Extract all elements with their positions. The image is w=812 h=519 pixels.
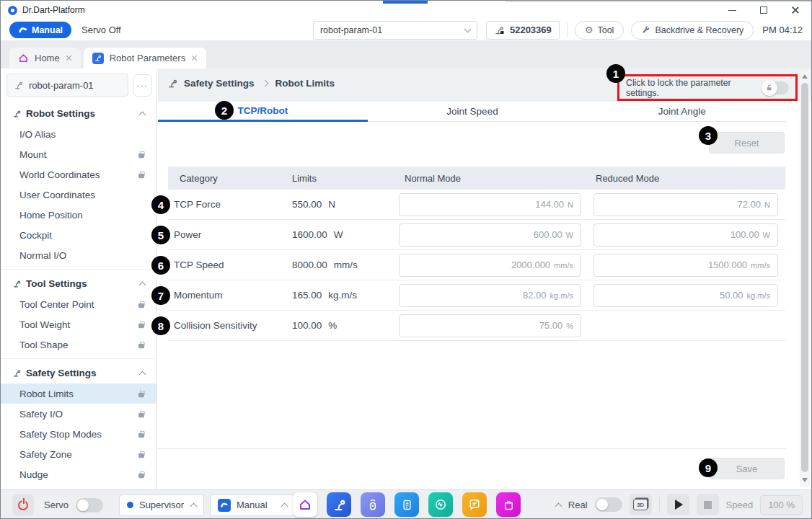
servo-label: Servo (44, 500, 69, 510)
sidebar-item-cockpit[interactable]: Cockpit (1, 225, 156, 245)
col-reduced-mode: Reduced Mode (585, 173, 785, 184)
sidebar-item-world-coordinates[interactable]: World Coordinates (1, 164, 156, 185)
normal-mode-input[interactable]: 2000.000mm/s (399, 254, 581, 277)
robot-parameters-icon (92, 53, 104, 64)
3d-icon: 3D (633, 499, 648, 510)
robot-mode-dropdown[interactable]: Manual (210, 494, 295, 516)
mode-manual-button[interactable]: Manual (9, 22, 71, 38)
save-button[interactable]: Save (709, 458, 785, 479)
speed-value-box[interactable]: 100 % (760, 495, 803, 515)
param-more-button[interactable]: ··· (133, 74, 152, 97)
input-unit: mm/s (554, 261, 573, 270)
reduced-mode-input[interactable]: 1500.000mm/s (593, 254, 778, 277)
reduced-mode-input[interactable]: 72.00N (593, 193, 778, 216)
sidebar-item-safety-zone[interactable]: Safety Zone (1, 444, 156, 464)
parameter-tabs: TCP/Robot Joint Speed Joint Angle (158, 102, 787, 122)
input-unit: kg.m/s (550, 291, 573, 300)
row-category: Power (168, 229, 286, 240)
row-limit: 550.00N (286, 199, 390, 210)
robot-mode-value: Manual (237, 500, 268, 510)
annotation-badge-5: 5 (151, 226, 170, 244)
scroll-down-icon[interactable] (802, 478, 808, 482)
play-button[interactable] (667, 494, 689, 515)
normal-mode-input[interactable]: 144.00N (399, 193, 581, 216)
sidebar-param-field[interactable]: robot-param-01 (6, 74, 128, 97)
input-unit: N (568, 200, 573, 209)
robot-serial-box[interactable]: 52203369 (486, 21, 560, 40)
backdrive-recovery-button[interactable]: Backdrive & Recovery (631, 21, 754, 40)
robot-icon (12, 109, 22, 118)
row-limit: 100.00% (286, 320, 390, 331)
stop-button[interactable] (697, 494, 719, 515)
tab-robot-parameters[interactable]: Robot Parameters (84, 48, 207, 68)
sidebar-item-robot-limits[interactable]: Robot Limits (1, 383, 156, 404)
tab-home-close-icon[interactable] (66, 55, 72, 61)
scroll-up-icon[interactable] (802, 74, 808, 79)
user-role-value: Supervisor (139, 500, 184, 510)
sidebar-item-tool-shape[interactable]: Tool Shape (1, 334, 156, 355)
close-button[interactable] (780, 1, 811, 19)
user-role-dropdown[interactable]: Supervisor (119, 494, 204, 516)
tab-home[interactable]: Home (9, 48, 81, 68)
servo-toggle[interactable] (76, 498, 103, 513)
item-label: Tool Center Point (19, 299, 94, 310)
manual-logo-icon (18, 26, 28, 34)
real-toggle[interactable] (595, 497, 622, 512)
dock-jog-icon[interactable] (361, 492, 385, 517)
sidebar-item-safety-io[interactable]: Safety I/O (1, 404, 156, 424)
dock-task-writer-icon[interactable] (394, 492, 419, 517)
sidebar-item-io-alias[interactable]: I/O Alias (1, 124, 156, 144)
param-select-dropdown[interactable]: robot-param-01 (313, 21, 477, 40)
lock-toggle-knob (762, 80, 777, 96)
dock-logs-icon[interactable] (462, 492, 487, 517)
lock-toggle[interactable] (762, 81, 789, 94)
tab-tcp-robot[interactable]: TCP/Robot (158, 102, 368, 122)
section-safety-settings[interactable]: Safety Settings (1, 362, 156, 383)
dock-home-icon[interactable] (293, 492, 317, 517)
tab-label: TCP/Robot (237, 105, 288, 116)
dock-robot-parameters-icon[interactable] (327, 492, 351, 517)
sidebar-item-tool-weight[interactable]: Tool Weight (1, 314, 156, 334)
scroll-thumb[interactable] (801, 83, 808, 472)
reduced-mode-input[interactable]: 100.00W (593, 223, 778, 247)
tab-robot-parameters-close-icon[interactable] (191, 55, 198, 61)
sidebar-item-user-coordinates[interactable]: User Coordinates (1, 185, 156, 205)
section-tool-settings[interactable]: Tool Settings (1, 272, 156, 294)
minimize-button[interactable] (716, 1, 748, 19)
item-label: Safety Zone (19, 449, 72, 460)
tab-joint-angle[interactable]: Joint Angle (577, 102, 787, 122)
chevron-down-icon (464, 25, 471, 32)
vertical-scrollbar[interactable] (800, 70, 810, 487)
input-value: 82.00 (523, 290, 547, 301)
gear-icon: ⚙ (585, 25, 593, 35)
content-header: Safety Settings Robot Limits Click to lo… (158, 68, 812, 102)
maximize-button[interactable] (748, 1, 780, 19)
normal-mode-input[interactable]: 82.00kg.m/s (399, 284, 581, 307)
sidebar-item-mount[interactable]: Mount (1, 144, 156, 164)
robot-icon (167, 78, 178, 89)
sidebar-item-normal-io[interactable]: Normal I/O (1, 245, 156, 265)
tab-joint-speed[interactable]: Joint Speed (368, 102, 578, 122)
reset-button[interactable]: Reset (709, 132, 785, 154)
power-button[interactable] (12, 494, 34, 516)
section-robot-settings[interactable]: Robot Settings (1, 102, 156, 124)
tab-home-label: Home (35, 53, 60, 63)
annotation-badge-7: 7 (151, 286, 170, 305)
sidebar-item-safety-stop-modes[interactable]: Safety Stop Modes (1, 424, 156, 444)
table-row: TCP Speed 8000.00mm/s 2000.000mm/s 1500.… (168, 250, 785, 280)
lock-icon (138, 173, 144, 177)
sidebar-item-nudge[interactable]: Nudge (1, 464, 156, 484)
normal-mode-input[interactable]: 75.00% (399, 314, 581, 337)
robot-icon (12, 279, 22, 288)
dock-store-icon[interactable] (496, 492, 521, 517)
reduced-mode-input[interactable]: 50.00kg.m/s (593, 284, 778, 307)
wrench-icon (641, 25, 650, 35)
tool-button[interactable]: ⚙ Tool (575, 21, 625, 40)
sidebar-item-tool-center-point[interactable]: Tool Center Point (1, 294, 156, 314)
item-label: User Coordinates (19, 190, 95, 200)
dock-status-monitor-icon[interactable] (428, 492, 453, 517)
normal-mode-input[interactable]: 600.00W (399, 223, 581, 247)
item-label: Robot Limits (19, 389, 74, 399)
simulation-3d-button[interactable]: 3D (630, 494, 652, 515)
sidebar-item-home-position[interactable]: Home Position (1, 205, 156, 225)
